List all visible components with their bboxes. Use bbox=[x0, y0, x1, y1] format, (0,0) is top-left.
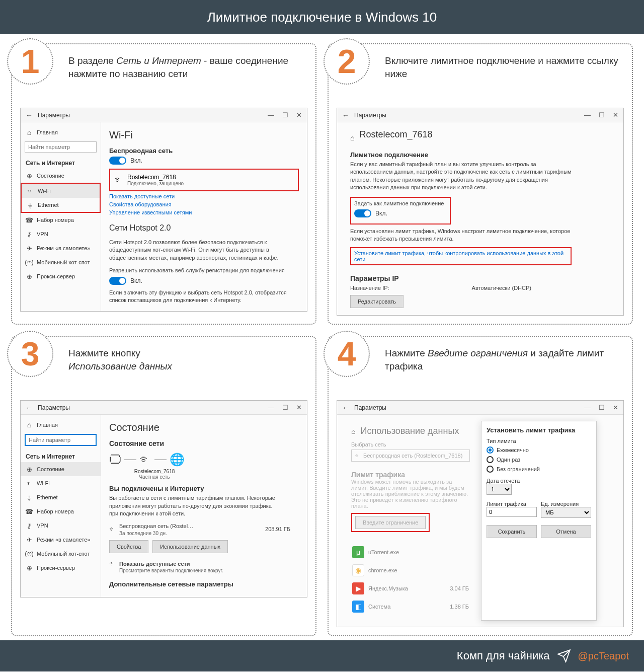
hotspot-heading: Сети Hotspot 2.0 bbox=[109, 223, 299, 233]
highlight-set-limit-link: Установите лимит трафика, чтобы контроли… bbox=[350, 247, 572, 265]
sidebar-item-airplane[interactable]: ✈Режим «в самолете» bbox=[21, 533, 101, 547]
sidebar-item-vpn[interactable]: ⚷VPN bbox=[21, 518, 101, 533]
back-icon[interactable]: ← bbox=[26, 111, 33, 119]
radio-icon bbox=[487, 446, 494, 454]
vpn-icon: ⚷ bbox=[26, 231, 33, 238]
network-name-heading: Rostelecom_7618 bbox=[359, 129, 432, 140]
sidebar-home[interactable]: Главная bbox=[21, 125, 101, 139]
sidebar-item-dialup[interactable]: ☎Набор номера bbox=[21, 504, 101, 518]
step-2: 2 Включите лимитное подключение и нажмит… bbox=[328, 43, 633, 325]
maximize-button[interactable]: ☐ bbox=[282, 404, 288, 411]
titlebar: ← Параметры — ☐ ✕ bbox=[21, 108, 307, 122]
status-icon: ⊕ bbox=[26, 466, 33, 473]
sidebar-search[interactable] bbox=[25, 434, 97, 446]
back-icon[interactable]: ← bbox=[342, 111, 349, 119]
sidebar-item-status[interactable]: ⊕Состояние bbox=[21, 462, 101, 476]
minimize-button[interactable]: — bbox=[584, 111, 591, 119]
app-row: ◉chrome.exe bbox=[351, 561, 470, 579]
link-hw-properties[interactable]: Свойства оборудования bbox=[109, 201, 299, 207]
close-button[interactable]: ✕ bbox=[613, 111, 618, 119]
sidebar-item-airplane[interactable]: ✈Режим «в самолете» bbox=[21, 241, 101, 255]
back-icon[interactable]: ← bbox=[342, 404, 349, 412]
close-button[interactable]: ✕ bbox=[613, 404, 618, 411]
radio-once[interactable]: Один раз bbox=[487, 456, 591, 463]
sidebar-item-status[interactable]: ⊕Состояние bbox=[21, 169, 101, 183]
sidebar-item-hotspot[interactable]: (ෆ)Мобильный хот-спот bbox=[21, 255, 101, 269]
ethernet-icon: ⏚ bbox=[26, 494, 33, 501]
step-1-desc: В разделе Сеть и Интернет - ваше соедине… bbox=[68, 54, 307, 93]
link-show-networks[interactable]: Показать доступные сети bbox=[119, 560, 223, 568]
data-usage-panel: Использование данных Выбрать сеть ᯤ Бесп… bbox=[345, 421, 476, 621]
step-4: 4 Нажмите Введите ограничения и задайте … bbox=[328, 336, 633, 636]
wifi-toggle[interactable]: Вкл. bbox=[109, 157, 299, 165]
hotspot-note: Если включить эту функцию и выбрать сеть… bbox=[109, 289, 299, 305]
app-icon: ◉ bbox=[352, 564, 364, 576]
sidebar-home[interactable]: Главная bbox=[21, 418, 101, 432]
back-icon[interactable]: ← bbox=[26, 404, 33, 412]
unit-select[interactable]: МБ bbox=[541, 507, 591, 518]
sidebar-section: Сеть и Интернет bbox=[21, 157, 101, 169]
minimize-button[interactable]: — bbox=[584, 404, 591, 411]
maximize-button[interactable]: ☐ bbox=[599, 404, 605, 411]
link-manage-networks[interactable]: Управление известными сетями bbox=[109, 209, 299, 215]
wifi-network-entry[interactable]: ᯤ Rostelecom_7618 Подключено, защищено bbox=[113, 172, 295, 188]
maximize-button[interactable]: ☐ bbox=[599, 111, 605, 119]
properties-button[interactable]: Свойства bbox=[109, 540, 148, 553]
sidebar-item-proxy[interactable]: ⊕Прокси-сервер bbox=[21, 561, 101, 575]
sidebar-item-ethernet[interactable]: ⏚Ethernet bbox=[22, 198, 100, 212]
minimize-button[interactable]: — bbox=[268, 111, 274, 119]
minimize-button[interactable]: — bbox=[268, 404, 274, 411]
proxy-icon: ⊕ bbox=[26, 564, 33, 571]
sidebar-item-ethernet[interactable]: ⏚Ethernet bbox=[21, 490, 101, 504]
sidebar-search[interactable] bbox=[25, 141, 97, 153]
connected-desc: Вы работаете в сети с лимитным тарифным … bbox=[109, 494, 280, 517]
enter-limit-button[interactable]: Введите ограничение bbox=[355, 516, 426, 529]
hotspot-allow-label: Разрешить использовать веб-службу регист… bbox=[109, 267, 299, 274]
laptop-icon: 🖵 bbox=[109, 453, 121, 467]
radio-icon bbox=[487, 456, 494, 463]
close-button[interactable]: ✕ bbox=[296, 404, 302, 411]
maximize-button[interactable]: ☐ bbox=[282, 111, 288, 119]
settings-sidebar: Главная Сеть и Интернет ⊕Состояние ᯤWi-F… bbox=[21, 122, 101, 311]
wifi-icon: ᯤ bbox=[355, 453, 360, 459]
radio-monthly[interactable]: Ежемесячно bbox=[487, 446, 591, 454]
metered-toggle[interactable]: Вкл. bbox=[354, 209, 447, 217]
save-button[interactable]: Сохранить bbox=[487, 525, 537, 538]
search-input[interactable] bbox=[25, 434, 97, 446]
sidebar-item-dialup[interactable]: ☎Набор номера bbox=[21, 213, 101, 227]
sidebar-item-proxy[interactable]: ⊕Прокси-сервер bbox=[21, 269, 101, 283]
close-button[interactable]: ✕ bbox=[296, 111, 302, 119]
wireless-label: Беспроводная сеть bbox=[109, 147, 299, 155]
sidebar-item-vpn[interactable]: ⚷VPN bbox=[21, 227, 101, 241]
highlight-network-name: ᯤ Rostelecom_7618 Подключено, защищено bbox=[109, 169, 299, 191]
search-input[interactable] bbox=[25, 141, 97, 153]
date-select[interactable]: 1 bbox=[487, 484, 512, 495]
link-show-networks[interactable]: Показать доступные сети bbox=[109, 193, 299, 199]
step-number-badge: 3 bbox=[7, 331, 53, 377]
edit-button[interactable]: Редактировать bbox=[350, 295, 404, 308]
main-grid: 1 В разделе Сеть и Интернет - ваше соеди… bbox=[0, 34, 644, 640]
sidebar-item-hotspot[interactable]: (ෆ)Мобильный хот-спот bbox=[21, 547, 101, 561]
wifi-icon: ᯤ bbox=[139, 453, 151, 467]
app-row: μuTorrent.exe bbox=[351, 543, 470, 561]
ip-assign-value: Автоматически (DHCP) bbox=[472, 284, 531, 292]
data-usage-button[interactable]: Использование данных bbox=[152, 540, 228, 553]
cancel-button[interactable]: Отмена bbox=[541, 525, 591, 538]
limit-input[interactable] bbox=[487, 507, 537, 517]
step-3: 3 Нажмите кнопку Использование данных ← … bbox=[11, 336, 316, 636]
page-heading: Состояние bbox=[109, 422, 299, 433]
sidebar-item-wifi[interactable]: ᯤWi-Fi bbox=[22, 184, 100, 198]
hotspot-toggle[interactable]: Вкл. bbox=[109, 277, 299, 285]
telegram-handle[interactable]: @pcTeapot bbox=[578, 650, 629, 662]
dialup-icon: ☎ bbox=[26, 216, 33, 223]
window-title: Параметры bbox=[354, 404, 386, 411]
wifi-icon: ᯤ bbox=[27, 187, 34, 194]
link-set-data-limit[interactable]: Установите лимит трафика, чтобы контроли… bbox=[354, 250, 568, 262]
sidebar-item-wifi[interactable]: ᯤWi-Fi bbox=[21, 476, 101, 490]
network-selector[interactable]: ᯤ Беспроводная сеть (Rostelecom_7618) bbox=[351, 450, 470, 462]
airplane-icon: ✈ bbox=[26, 245, 33, 252]
app-icon: ▶ bbox=[352, 582, 364, 594]
radio-unlimited[interactable]: Без ограничений bbox=[487, 466, 591, 473]
ethernet-icon: ⏚ bbox=[27, 201, 34, 208]
metered-desc: Если у вас лимитный тарифный план и вы х… bbox=[350, 161, 572, 192]
